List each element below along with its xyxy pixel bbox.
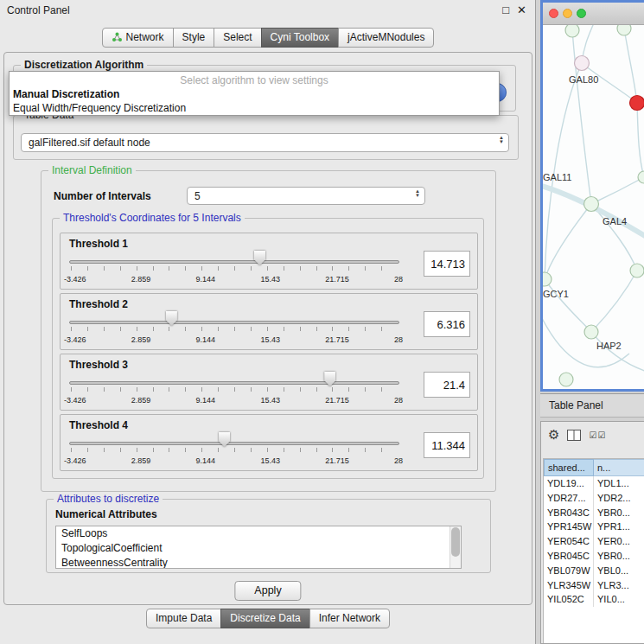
table-row[interactable]: YBL079W YBL0... (544, 564, 644, 578)
threshold-3-value-input[interactable] (424, 372, 470, 398)
tab-infer-network-label: Infer Network (319, 612, 380, 624)
slider-handle[interactable] (166, 311, 177, 326)
threshold-3-label: Threshold 3 (69, 359, 128, 371)
threshold-3-slider[interactable] (69, 370, 399, 394)
gear-icon[interactable]: ⚙ (548, 427, 559, 443)
close-traffic-icon[interactable] (549, 9, 558, 18)
threshold-4-slider[interactable] (69, 430, 399, 455)
slider-handle[interactable] (254, 251, 265, 265)
tick-label: 2.859 (131, 275, 151, 284)
table-data-group: Table Data galFiltered.sif default node … (13, 115, 519, 160)
slider-track[interactable] (69, 442, 399, 445)
slider-track[interactable] (69, 381, 399, 385)
node-label-gal80[interactable]: GAL80 (569, 74, 598, 85)
minimize-traffic-icon[interactable] (563, 9, 572, 18)
table-panel-window: ⚙ ☑☑ shared... n... YDL19... YDL1... (540, 421, 644, 644)
table-cell: YBR045C (544, 549, 594, 564)
tab-network-label: Network (126, 31, 164, 43)
table-data-combobox[interactable]: galFiltered.sif default node ▲▼ (21, 133, 509, 152)
checkbox-icons[interactable]: ☑☑ (589, 430, 606, 440)
tab-select[interactable]: Select (214, 28, 261, 48)
threshold-2-label: Threshold 2 (69, 298, 128, 310)
threshold-4-value-input[interactable] (424, 432, 470, 458)
tab-jactivemodules-label: jActiveMNodules (348, 31, 424, 43)
table-data-value: galFiltered.sif default node (29, 137, 150, 149)
network-node[interactable] (617, 25, 631, 35)
table-cell: YBR043C (544, 506, 594, 520)
network-node-gal4[interactable] (584, 197, 599, 212)
tab-network[interactable]: Network (102, 28, 174, 48)
algorithm-group-label: Discretization Algorithm (21, 59, 147, 71)
tab-cyni-toolbox[interactable]: Cyni Toolbox (261, 28, 339, 48)
tab-impute-data[interactable]: Impute Data (146, 609, 221, 628)
threshold-4-panel: Threshold 4 -3.4262.8599.14415.4321.7152… (60, 414, 478, 471)
tab-style[interactable]: Style (173, 28, 215, 48)
table-row[interactable]: YER054C YER0... (544, 534, 644, 549)
thresholds-group: Threshold's Coordinates for 5 Intervals … (52, 218, 484, 479)
table-cell: YBL079W (544, 564, 594, 578)
column-header-name[interactable]: n... (594, 459, 644, 476)
table-row[interactable]: YPR145W YPR1... (544, 520, 644, 534)
node-label-hap2[interactable]: HAP2 (596, 341, 622, 351)
network-node-hap2[interactable] (584, 325, 598, 339)
tick-label: -3.426 (64, 396, 86, 405)
float-window-icon[interactable]: □ (502, 3, 509, 16)
list-item[interactable]: BetweennessCentrality (56, 556, 450, 569)
tick-label: 15.43 (260, 456, 280, 465)
numerical-attributes-title: Numerical Attributes (55, 508, 157, 520)
table-row[interactable]: YLR345W YLR3... (544, 578, 644, 593)
scrollbar-thumb[interactable] (451, 527, 460, 557)
table-cell: YPR1... (594, 520, 644, 534)
network-node[interactable] (559, 373, 573, 386)
attributes-group: Attributes to discretize Numerical Attri… (46, 499, 491, 573)
tick-label: -3.426 (64, 275, 86, 284)
table-row[interactable]: YBR045C YBR0... (544, 549, 644, 564)
table-cell: YER054C (544, 534, 594, 549)
tab-discretize-data[interactable]: Discretize Data (220, 609, 309, 628)
network-node[interactable] (565, 25, 579, 37)
tab-jactivemodules[interactable]: jActiveMNodules (338, 28, 434, 48)
node-label-gcy1[interactable]: GCY1 (543, 289, 569, 299)
columns-icon[interactable] (567, 430, 581, 441)
table-row[interactable]: YDR27... YDR2... (544, 491, 644, 506)
threshold-2-value-input[interactable] (424, 311, 470, 337)
slider-handle[interactable] (324, 372, 335, 386)
tab-infer-network[interactable]: Infer Network (309, 609, 390, 628)
algorithm-option-equal-width[interactable]: Equal Width/Frequency Discretization (10, 101, 499, 115)
tick-label: 9.144 (196, 275, 216, 284)
network-node-gcy1[interactable] (543, 272, 552, 286)
threshold-1-slider[interactable] (69, 249, 399, 273)
tick-label: 9.144 (196, 456, 216, 465)
threshold-1-value-input[interactable] (424, 251, 470, 277)
apply-button[interactable]: Apply (234, 581, 301, 601)
selected-red-node[interactable] (630, 96, 644, 111)
algorithm-option-manual[interactable]: Manual Discretization (10, 87, 499, 101)
table-body: YDL19... YDL1... YDR27... YDR2... YBR043… (544, 476, 644, 607)
tick-label: 15.43 (260, 396, 280, 405)
node-label-gal4[interactable]: GAL4 (603, 216, 627, 226)
slider-track[interactable] (69, 260, 399, 264)
network-node[interactable] (638, 171, 644, 183)
number-of-intervals-combobox[interactable]: 5 ▲▼ (187, 187, 425, 205)
table-row[interactable]: YIL052C YIL0... (544, 592, 644, 607)
table-row[interactable]: YDL19... YDL1... (544, 476, 644, 491)
tick-label: 9.144 (196, 396, 216, 405)
column-header-shared[interactable]: shared... (544, 459, 594, 476)
zoom-traffic-icon[interactable] (577, 9, 586, 18)
table-panel-header: Table Panel (540, 393, 644, 418)
table-cell: YBL0... (594, 564, 644, 578)
slider-track[interactable] (69, 321, 399, 324)
list-scrollbar[interactable] (450, 526, 461, 568)
slider-handle[interactable] (219, 432, 230, 447)
table-row[interactable]: YBR043C YBR0... (544, 506, 644, 520)
network-canvas[interactable]: GAL80 GAL11 GAL4 GCY1 HAP2 (543, 25, 644, 389)
close-window-icon[interactable]: ✕ (517, 3, 526, 16)
list-item[interactable]: TopologicalCoefficient (56, 541, 450, 556)
threshold-3-panel: Threshold 3 -3.4262.8599.14415.4321.7152… (60, 354, 478, 411)
network-node-gal80[interactable] (575, 56, 590, 71)
list-item[interactable]: SelfLoops (56, 526, 450, 541)
threshold-2-slider[interactable] (69, 309, 399, 334)
node-label-gal11[interactable]: GAL11 (543, 172, 571, 182)
tick-label: 2.859 (131, 335, 151, 344)
network-node[interactable] (630, 264, 644, 277)
